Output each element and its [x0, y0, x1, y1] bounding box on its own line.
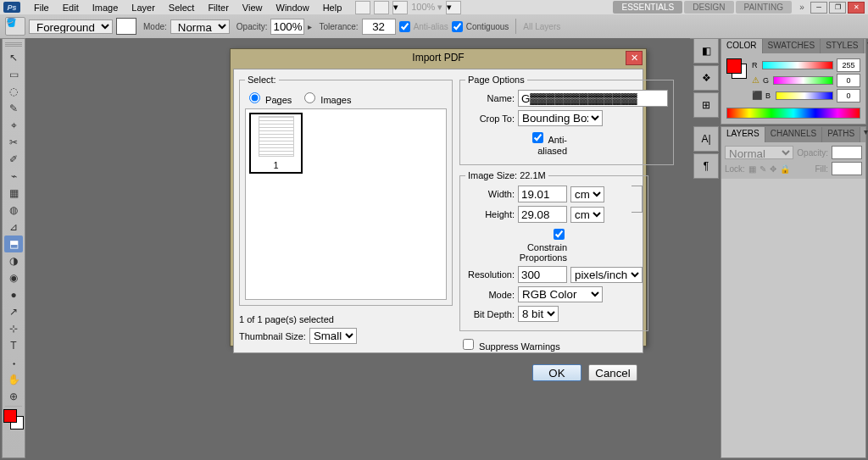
window-minimize-icon[interactable]: ─ — [810, 2, 827, 14]
color-ramp[interactable] — [726, 108, 860, 119]
tool-preset-icon[interactable]: 🪣 — [5, 17, 25, 36]
wand-tool[interactable]: ✎ — [4, 100, 23, 117]
character-panel-icon[interactable]: A| — [693, 126, 719, 152]
height-unit-select[interactable]: cm — [570, 207, 604, 223]
resolution-unit-select[interactable]: pixels/inch — [570, 267, 643, 283]
layers-panel-menu-icon[interactable]: ▾≡ — [860, 127, 868, 142]
eyedropper-tool[interactable]: ✂ — [4, 134, 23, 151]
stamp-tool[interactable]: ▦ — [4, 185, 23, 202]
masks-panel-icon[interactable]: ⊞ — [693, 92, 719, 118]
name-input[interactable] — [518, 90, 668, 107]
window-restore-icon[interactable]: ❐ — [829, 2, 846, 14]
pattern-swatch[interactable] — [116, 18, 136, 35]
lock-pixels-icon[interactable]: ✎ — [760, 164, 766, 174]
menu-view[interactable]: View — [236, 3, 270, 13]
marquee-tool[interactable]: ▭ — [4, 66, 23, 83]
suppress-checkbox[interactable] — [463, 339, 474, 350]
zoom-tool[interactable]: ⊕ — [4, 388, 23, 405]
width-input[interactable] — [518, 186, 567, 202]
g-slider[interactable] — [773, 76, 833, 85]
r-value[interactable] — [837, 58, 860, 72]
images-radio-label[interactable]: Images — [300, 90, 351, 105]
lock-pos-icon[interactable]: ✥ — [770, 164, 776, 174]
dialog-title-bar[interactable]: Import PDF ✕ — [231, 49, 646, 66]
color-panel-swatch[interactable] — [726, 58, 747, 79]
r-slider[interactable] — [762, 61, 833, 69]
fg-bg-swatch[interactable] — [3, 409, 24, 430]
colormode-select[interactable]: RGB Color — [518, 286, 603, 302]
tab-channels[interactable]: CHANNELS — [765, 127, 822, 142]
type-tool[interactable]: ↗ — [4, 303, 23, 320]
resolution-input[interactable] — [518, 266, 567, 283]
constrain-checkbox[interactable] — [554, 229, 565, 240]
lasso-tool[interactable]: ◌ — [4, 83, 23, 100]
brush-tool[interactable]: ⌁ — [4, 168, 23, 185]
workspace-design[interactable]: DESIGN — [684, 1, 733, 14]
b-slider[interactable] — [776, 91, 833, 100]
thumb-size-select[interactable]: Small — [309, 328, 357, 344]
layer-fill-input[interactable] — [832, 162, 862, 175]
history-panel-icon[interactable]: ◧ — [693, 38, 719, 64]
ok-button[interactable]: OK — [532, 364, 581, 381]
move-tool[interactable]: ↖ — [4, 49, 23, 66]
tab-color[interactable]: COLOR — [721, 39, 763, 53]
thumbnails-area[interactable]: 1 — [245, 108, 447, 300]
g-value[interactable] — [837, 74, 860, 87]
antialiased-checkbox-label[interactable]: Anti-aliased — [518, 130, 567, 156]
3d-tool[interactable]: ⬩ — [4, 354, 23, 371]
b-value[interactable] — [837, 89, 860, 103]
paragraph-panel-icon[interactable]: ¶ — [693, 153, 719, 179]
images-radio[interactable] — [304, 92, 315, 103]
screen-mode-icon[interactable]: ▾ — [392, 1, 408, 14]
page-thumbnail-1[interactable]: 1 — [249, 113, 303, 174]
width-unit-select[interactable]: cm — [570, 186, 604, 202]
lock-all-icon[interactable]: 🔒 — [780, 164, 790, 174]
crop-tool[interactable]: ⌖ — [4, 117, 23, 134]
layer-blend-select[interactable]: Normal — [725, 146, 793, 159]
fg-color-swatch[interactable] — [3, 409, 17, 423]
arrange-docs-icon[interactable]: ▾ — [446, 1, 461, 14]
blur-tool[interactable]: ◑ — [4, 252, 23, 269]
tab-swatches[interactable]: SWATCHES — [763, 39, 821, 53]
launch-minibridge-icon[interactable] — [374, 1, 389, 14]
fill-source-select[interactable]: Foreground — [29, 19, 113, 34]
menu-image[interactable]: Image — [86, 3, 125, 13]
crop-select[interactable]: Bounding Box — [518, 110, 603, 126]
dodge-tool[interactable]: ◉ — [4, 269, 23, 286]
window-close-icon[interactable]: ✕ — [848, 2, 865, 14]
layer-opacity-input[interactable] — [832, 146, 862, 159]
healing-tool[interactable]: ✐ — [4, 151, 23, 168]
tab-layers[interactable]: LAYERS — [721, 127, 765, 142]
more-workspaces-icon[interactable]: » — [797, 3, 807, 13]
menu-layer[interactable]: Layer — [125, 3, 162, 13]
opacity-arrow-icon[interactable]: ▸ — [308, 22, 312, 31]
bucket-tool[interactable]: ⬒ — [4, 236, 23, 252]
antialias-checkbox[interactable] — [399, 21, 410, 32]
workspace-essentials[interactable]: ESSENTIALS — [613, 1, 682, 14]
pen-tool[interactable]: ● — [4, 286, 23, 303]
tab-styles[interactable]: STYLES — [821, 39, 864, 53]
constrain-checkbox-label[interactable]: Constrain Proportions — [518, 226, 567, 263]
opacity-input[interactable] — [270, 19, 304, 35]
menu-filter[interactable]: Filter — [201, 3, 235, 13]
history-brush-tool[interactable]: ◍ — [4, 202, 23, 219]
toolbar-handle[interactable] — [5, 42, 22, 47]
menu-file[interactable]: File — [27, 3, 56, 13]
shape-tool[interactable]: T — [4, 337, 23, 354]
color-panel-menu-icon[interactable]: ▾≡ — [864, 39, 868, 53]
menu-window[interactable]: Window — [270, 3, 316, 13]
suppress-checkbox-label[interactable]: Suppress Warnings — [459, 336, 560, 352]
menu-help[interactable]: Help — [316, 3, 349, 13]
tolerance-input[interactable] — [362, 19, 396, 35]
bitdepth-select[interactable]: 8 bit — [518, 306, 559, 322]
contiguous-checkbox[interactable] — [452, 21, 463, 32]
path-tool[interactable]: ⊹ — [4, 320, 23, 337]
tab-paths[interactable]: PATHS — [822, 127, 860, 142]
antialiased-checkbox[interactable] — [532, 132, 543, 143]
dialog-close-button[interactable]: ✕ — [626, 51, 643, 65]
menu-select[interactable]: Select — [162, 3, 202, 13]
pages-radio-label[interactable]: Pages — [245, 90, 292, 105]
lock-trans-icon[interactable]: ▦ — [748, 164, 756, 174]
launch-bridge-icon[interactable] — [355, 1, 370, 14]
eraser-tool[interactable]: ⊿ — [4, 219, 23, 236]
